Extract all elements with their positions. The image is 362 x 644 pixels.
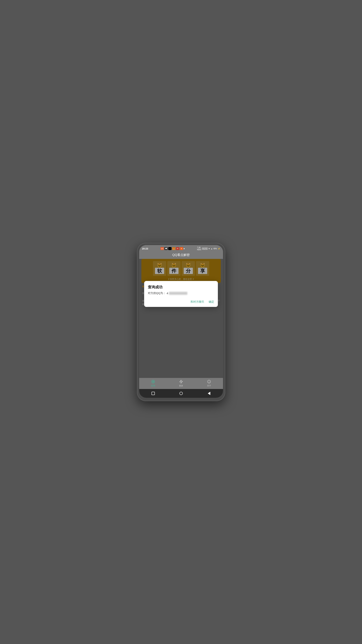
taobao-icon: 淘 — [180, 247, 183, 250]
msg-icon: 💬 — [164, 247, 168, 250]
dialog-box: 查询成功 对方的QQ为： 4 和对方聊天 确定 — [144, 281, 218, 307]
battery-level: 49% — [213, 248, 217, 250]
recents-button[interactable] — [151, 391, 155, 396]
dialog-qq-number: 4 — [167, 292, 168, 295]
system-nav-bar — [139, 389, 223, 398]
chat-button[interactable]: 和对方聊天 — [190, 299, 204, 304]
nav-item-about[interactable]: 关于 — [207, 380, 211, 387]
wifi-icon: ▼ — [208, 248, 210, 250]
nav-label-apps: 应用 — [151, 384, 155, 387]
app-header: QQ看点解密 — [139, 251, 223, 259]
tiktok-icon: ♪ — [168, 247, 172, 250]
fox-icon: 🦊 — [172, 247, 175, 250]
network-speed: 7.06 KB/S — [197, 246, 201, 250]
nav-item-apps[interactable]: 应用 — [151, 380, 155, 387]
mail-icon: ✉ — [176, 247, 179, 250]
dialog-actions: 和对方聊天 确定 — [148, 299, 214, 304]
phone-device: 20:23 QQ 💬 ♪ 🦊 ✉ 淘 7.06 KB/S VoLTE ▼ ▲ — [137, 243, 225, 401]
apps-icon — [151, 380, 155, 384]
status-right-icons: 7.06 KB/S VoLTE ▼ ▲ 49% ⚡ — [197, 246, 220, 250]
nav-item-more[interactable]: 更多 — [179, 380, 183, 387]
charging-icon: ⚡ — [218, 248, 220, 250]
recents-icon — [151, 392, 155, 395]
dialog-overlay: 查询成功 对方的QQ为： 4 和对方聊天 确定 — [139, 259, 223, 378]
dot-icon — [184, 248, 185, 249]
status-bar: 20:23 QQ 💬 ♪ 🦊 ✉ 淘 7.06 KB/S VoLTE ▼ ▲ — [139, 245, 223, 251]
dialog-content: 对方的QQ为： 4 — [148, 292, 214, 295]
nav-label-more: 更多 — [179, 384, 183, 387]
main-content: 🐱 软 🐱 件 🐱 分 🐱 享 # — [139, 259, 223, 378]
dialog-qq-blur — [169, 292, 187, 295]
nav-label-about: 关于 — [207, 384, 211, 387]
bottom-nav: 应用 更多 关于 — [139, 378, 223, 389]
volte-badge: VoLTE — [202, 248, 208, 250]
notification-icons: QQ 💬 ♪ 🦊 ✉ 淘 — [160, 247, 185, 250]
info-icon — [207, 380, 211, 384]
back-button[interactable] — [207, 391, 211, 396]
dialog-content-prefix: 对方的QQ为： — [148, 292, 166, 295]
home-icon — [179, 392, 183, 395]
lightning-icon — [179, 380, 183, 384]
app-title: QQ看点解密 — [172, 253, 190, 257]
signal-icon: ▲ — [211, 248, 213, 250]
status-time: 20:23 — [142, 247, 148, 250]
back-icon — [208, 392, 210, 395]
phone-screen: 20:23 QQ 💬 ♪ 🦊 ✉ 淘 7.06 KB/S VoLTE ▼ ▲ — [139, 245, 223, 398]
qq-icon: QQ — [160, 247, 164, 250]
confirm-button[interactable]: 确定 — [209, 299, 214, 304]
home-button[interactable] — [179, 391, 183, 396]
dialog-title: 查询成功 — [148, 285, 214, 290]
